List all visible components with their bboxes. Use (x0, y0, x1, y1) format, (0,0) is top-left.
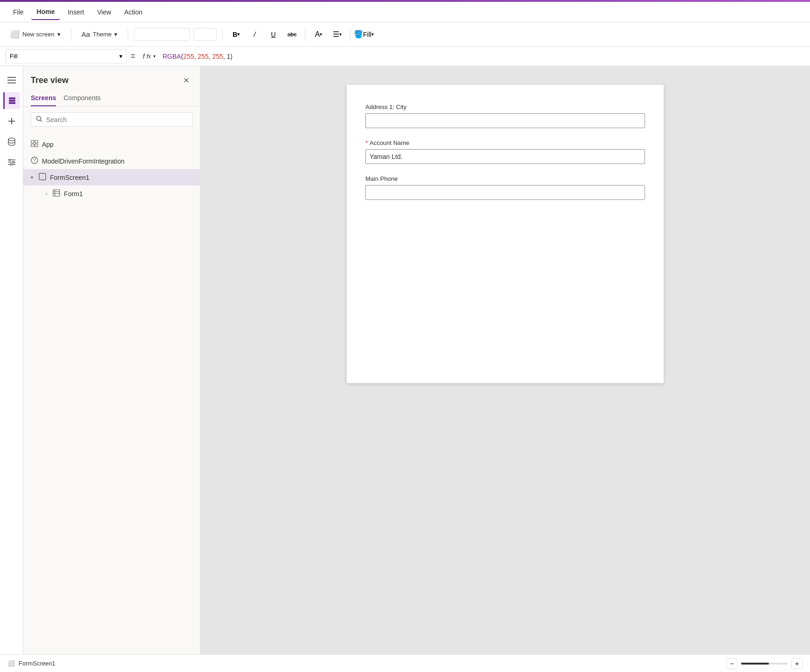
fx-button[interactable]: f fx ▾ (139, 51, 159, 62)
formula-comma3: , (223, 53, 227, 60)
font-size-dropdown[interactable] (193, 28, 217, 41)
zoom-minus-button[interactable]: − (726, 658, 737, 669)
svg-rect-1 (7, 80, 16, 81)
label-address-city-text: Address 1: City (365, 103, 406, 110)
chevron-down-icon-5: ▾ (339, 32, 342, 37)
theme-icon: Aa (82, 30, 90, 38)
menu-home[interactable]: Home (31, 4, 61, 20)
zoom-plus-button[interactable]: + (791, 658, 803, 669)
align-button[interactable]: ☰ ▾ (329, 27, 344, 42)
form-table-icon (53, 189, 60, 198)
status-bar: ⬜ FormScreen1 − + (0, 654, 810, 672)
canvas-area: Address 1: City * Account Name Main Phon… (200, 66, 810, 654)
chevron-down-icon-2: ▾ (114, 31, 117, 38)
label-main-phone: Main Phone (365, 175, 645, 182)
input-main-phone[interactable] (365, 185, 645, 200)
toolbar: ⬜ New screen ▾ Aa Theme ▾ B ▾ / U abc A … (0, 22, 810, 47)
chevron-down-icon-7: ▾ (153, 54, 155, 59)
zoom-fill (741, 663, 769, 665)
settings-icon[interactable] (3, 154, 20, 171)
input-address-city[interactable] (365, 113, 645, 128)
layers-icon[interactable] (3, 92, 20, 109)
strikethrough-button[interactable]: abc (284, 27, 299, 42)
tree-header: Tree view ✕ (23, 66, 200, 90)
svg-rect-23 (39, 173, 46, 180)
circle-question-icon: ? (31, 157, 38, 165)
svg-rect-7 (8, 121, 15, 122)
tab-components[interactable]: Components (63, 90, 100, 106)
field-address-city: Address 1: City (365, 103, 645, 128)
paint-bucket-icon: 🪣 (354, 30, 363, 39)
svg-point-14 (10, 164, 12, 165)
sidebar-icons (0, 66, 23, 654)
svg-point-12 (13, 161, 14, 163)
fill-button[interactable]: 🪣 Fill ▾ (356, 27, 371, 42)
field-account-name: * Account Name (365, 139, 645, 164)
search-icon (36, 116, 42, 123)
bold-label: B (233, 31, 237, 38)
menu-action[interactable]: Action (119, 5, 148, 20)
database-icon[interactable] (3, 133, 20, 150)
status-screen-label: FormScreen1 (19, 660, 55, 667)
tree-items: App ? ModelDrivenFormIntegration ▾ (23, 132, 200, 654)
grid-icon (31, 140, 38, 149)
label-main-phone-text: Main Phone (365, 175, 398, 182)
status-screen-icon: ⬜ (7, 660, 15, 667)
property-dropdown[interactable]: Fill ▾ (6, 49, 127, 63)
tree-panel: Tree view ✕ Screens Components (23, 66, 200, 654)
input-account-name[interactable] (365, 149, 645, 164)
font-dropdown[interactable] (134, 28, 190, 41)
tree-item-formscreen1-label: FormScreen1 (50, 174, 89, 181)
formula-arg2: 255 (198, 53, 208, 60)
formula-function: RGBA (163, 53, 181, 60)
dropdown-chevron: ▾ (119, 53, 123, 60)
zoom-controls: − + (726, 658, 803, 669)
tree-close-button[interactable]: ✕ (179, 74, 192, 87)
svg-rect-3 (9, 97, 15, 99)
theme-button[interactable]: Aa Theme ▾ (77, 27, 123, 41)
theme-label: Theme (93, 31, 111, 38)
tree-item-app-label: App (42, 141, 54, 148)
formula-content[interactable]: RGBA(255, 255, 255, 1) (163, 53, 804, 60)
chevron-down-icon-3: ▾ (237, 32, 240, 37)
svg-rect-24 (53, 190, 60, 196)
svg-rect-17 (31, 140, 34, 143)
label-account-name: * Account Name (365, 139, 645, 146)
menu-file[interactable]: File (7, 5, 29, 20)
new-screen-button[interactable]: ⬜ New screen ▾ (6, 27, 65, 41)
fx-label: fx (146, 53, 151, 60)
formula-arg1: 255 (183, 53, 194, 60)
italic-button[interactable]: / (247, 27, 262, 42)
expand-icon-2[interactable]: › (46, 191, 47, 196)
font-color-button[interactable]: A ▾ (311, 27, 326, 42)
svg-rect-18 (35, 140, 38, 143)
underline-button[interactable]: U (266, 27, 281, 42)
tree-item-form1[interactable]: › Form1 (23, 185, 200, 202)
menu-view[interactable]: View (91, 5, 117, 20)
screen-icon: ⬜ (10, 30, 20, 39)
fill-label: Fill (363, 31, 371, 38)
hamburger-menu-icon[interactable] (3, 72, 20, 89)
bold-button[interactable]: B ▾ (228, 27, 243, 42)
tree-item-formscreen1[interactable]: ▾ FormScreen1 ··· (23, 169, 200, 185)
add-icon[interactable] (3, 113, 20, 130)
tab-screens[interactable]: Screens (31, 90, 56, 106)
fx-icon: f (143, 53, 145, 60)
tree-item-app[interactable]: App (23, 136, 200, 153)
expand-icon[interactable]: ▾ (31, 175, 33, 180)
chevron-down-icon: ▾ (57, 31, 61, 38)
separator-5 (350, 29, 350, 40)
form-canvas: Address 1: City * Account Name Main Phon… (347, 85, 664, 383)
chevron-down-icon-4: ▾ (320, 32, 322, 37)
search-input[interactable] (46, 116, 187, 123)
tree-item-form1-label: Form1 (64, 190, 82, 198)
svg-text:?: ? (34, 158, 36, 163)
tree-item-model-driven[interactable]: ? ModelDrivenFormIntegration (23, 153, 200, 169)
menu-insert[interactable]: Insert (62, 5, 89, 20)
svg-line-16 (41, 120, 42, 122)
equals-sign: = (130, 51, 136, 61)
svg-point-8 (8, 138, 15, 141)
formula-bar: Fill ▾ = f fx ▾ RGBA(255, 255, 255, 1) (0, 47, 810, 66)
svg-rect-19 (31, 144, 34, 147)
zoom-bar (741, 663, 788, 665)
